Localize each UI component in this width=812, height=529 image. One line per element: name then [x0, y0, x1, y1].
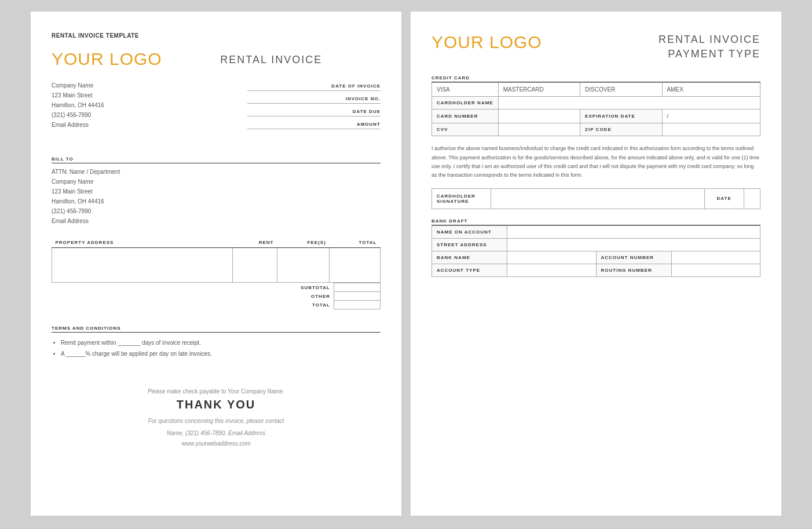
cvv-label: CVV	[432, 123, 499, 136]
bank-name-value	[507, 251, 597, 264]
right-title-line2: PAYMENT TYPE	[659, 47, 760, 61]
total-label: TOTAL	[97, 301, 334, 309]
company-city: Hamilton, OH 44416	[52, 100, 104, 110]
bill-to-city: Hamilton, OH 44416	[52, 196, 381, 206]
subtotal-value	[334, 283, 381, 292]
col-property-address: PROPERTY ADDRESS	[52, 238, 233, 248]
cardholder-name-row: CARDHOLDER NAME	[432, 97, 760, 110]
cvv-value	[498, 123, 580, 136]
fees-cell	[277, 248, 330, 283]
totals-table: SUBTOTAL OTHER TOTAL	[52, 283, 381, 309]
table-row	[52, 248, 381, 283]
cc-option-discover: DISCOVER	[580, 83, 663, 97]
account-type-row: ACCOUNT TYPE ROUTING NUMBER	[432, 264, 760, 276]
footer-contact-line2: Name, (321) 456-7890, Email Address	[52, 428, 381, 438]
invoice-no-label: INVOICE NO.	[247, 96, 381, 101]
expiration-date-value: /	[662, 110, 760, 123]
date-value	[744, 188, 760, 209]
cc-option-mastercard: MASTERCARD	[498, 83, 580, 97]
company-name: Company Name	[52, 81, 104, 90]
auth-text: I authorize the above named business/ind…	[431, 144, 760, 180]
amount-label: AMOUNT	[247, 122, 381, 127]
account-number-label: ACCOUNT NUMBER	[596, 251, 671, 264]
routing-number-label: ROUTING NUMBER	[596, 264, 671, 276]
rental-invoice-heading: RENTAL INVOICE	[220, 49, 322, 66]
property-address-cell	[52, 248, 233, 283]
subtotal-label: SUBTOTAL	[97, 283, 334, 292]
cardholder-name-value	[498, 97, 760, 110]
date-label: DATE	[704, 188, 744, 209]
zip-code-value	[662, 123, 760, 136]
cc-options-row: VISA MASTERCARD DISCOVER AMEX	[432, 83, 760, 97]
subtotal-row: SUBTOTAL	[52, 283, 381, 292]
col-total: TOTAL	[330, 238, 381, 248]
signature-table: CARDHOLDER SIGNATURE DATE	[431, 188, 760, 209]
account-number-value	[671, 251, 760, 264]
right-logo: YOUR LOGO	[431, 32, 542, 52]
date-of-invoice-field: DATE OF INVOICE	[247, 81, 381, 91]
bill-to-phone: (321) 456-7890	[52, 206, 381, 216]
right-title-line1: RENTAL INVOICE	[659, 32, 760, 47]
bank-table: NAME ON ACCOUNT STREET ADDRESS BANK NAME…	[431, 225, 760, 277]
other-value	[334, 292, 381, 301]
left-page: RENTAL INVOICE TEMPLATE YOUR LOGO RENTAL…	[31, 12, 401, 516]
other-label: OTHER	[97, 292, 334, 301]
footer-contact-line1: For questions concerning this invoice, p…	[52, 416, 381, 426]
date-due-field: DATE DUE	[247, 106, 381, 116]
company-email: Email Address	[52, 120, 104, 130]
invoice-fields: DATE OF INVOICE INVOICE NO. DATE DUE AMO…	[247, 81, 381, 139]
right-header: YOUR LOGO RENTAL INVOICE PAYMENT TYPE	[431, 32, 760, 61]
bank-name-label: BANK NAME	[432, 251, 507, 264]
bill-to-email: Email Address	[52, 216, 381, 226]
bank-draft-label: BANK DRAFT	[431, 218, 760, 225]
expiration-date-label: EXPIRATION DATE	[580, 110, 663, 123]
company-street: 123 Main Street	[52, 90, 104, 100]
bill-to-attn: ATTN: Name / Department	[52, 167, 381, 177]
cardholder-signature-value	[491, 188, 705, 209]
terms-section: TERMS AND CONDITIONS Remit payment withi…	[52, 326, 381, 359]
terms-item-2: A ______% charge will be applied per day…	[61, 348, 381, 359]
invoice-no-field: INVOICE NO.	[247, 93, 381, 104]
cc-option-amex: AMEX	[662, 83, 760, 97]
street-address-value	[507, 238, 760, 251]
bill-to-info: ATTN: Name / Department Company Name 123…	[52, 167, 381, 226]
cardholder-signature-label: CARDHOLDER SIGNATURE	[432, 188, 491, 209]
left-logo: YOUR LOGO	[52, 49, 162, 69]
street-address-row: STREET ADDRESS	[432, 238, 760, 251]
card-number-label: CARD NUMBER	[432, 110, 499, 123]
account-type-label: ACCOUNT TYPE	[432, 264, 507, 276]
terms-item-1: Remit payment within _______ days of inv…	[61, 337, 381, 348]
bill-to-section: BILL TO ATTN: Name / Department Company …	[52, 156, 381, 226]
rent-cell	[232, 248, 277, 283]
logo-invoice-row: YOUR LOGO RENTAL INVOICE	[52, 49, 381, 69]
bill-to-company: Company Name	[52, 177, 381, 187]
cc-option-visa: VISA	[432, 83, 499, 97]
terms-items: Remit payment within _______ days of inv…	[52, 337, 381, 359]
routing-number-value	[671, 264, 760, 276]
bank-name-row: BANK NAME ACCOUNT NUMBER	[432, 251, 760, 264]
right-title: RENTAL INVOICE PAYMENT TYPE	[659, 32, 760, 61]
date-of-invoice-label: DATE OF INVOICE	[247, 83, 381, 89]
other-row: OTHER	[52, 292, 381, 301]
account-type-value	[507, 264, 597, 276]
cvv-row: CVV ZIP CODE	[432, 123, 760, 136]
company-invoice-row: Company Name 123 Main Street Hamilton, O…	[52, 81, 381, 139]
company-info: Company Name 123 Main Street Hamilton, O…	[52, 81, 104, 130]
terms-label: TERMS AND CONDITIONS	[52, 326, 381, 333]
zip-code-label: ZIP CODE	[580, 123, 663, 136]
name-on-account-row: NAME ON ACCOUNT	[432, 225, 760, 238]
credit-card-table: VISA MASTERCARD DISCOVER AMEX CARDHOLDER…	[431, 82, 760, 136]
name-on-account-value	[507, 225, 760, 238]
name-on-account-label: NAME ON ACCOUNT	[432, 225, 507, 238]
date-due-label: DATE DUE	[247, 109, 381, 114]
right-page: YOUR LOGO RENTAL INVOICE PAYMENT TYPE CR…	[411, 12, 781, 516]
bill-to-street: 123 Main Street	[52, 187, 381, 196]
signature-row: CARDHOLDER SIGNATURE DATE	[432, 188, 760, 209]
thank-you: THANK YOU	[52, 398, 381, 411]
company-phone: (321) 456-7890	[52, 110, 104, 120]
total-cell	[330, 248, 381, 283]
bill-to-label: BILL TO	[52, 156, 381, 163]
property-table: PROPERTY ADDRESS RENT FEE(S) TOTAL	[52, 238, 381, 283]
total-row: TOTAL	[52, 301, 381, 309]
card-number-value	[498, 110, 580, 123]
